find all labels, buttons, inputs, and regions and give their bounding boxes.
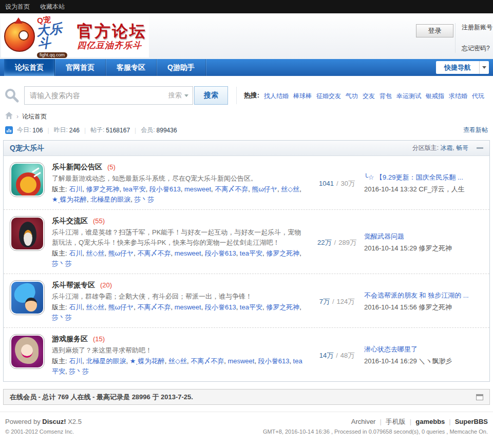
moderator-link[interactable]: 修罗之死神 [86, 185, 119, 193]
forum-link[interactable]: 游戏服务区 [52, 335, 88, 343]
hot-search-link[interactable]: 代玩 [472, 92, 484, 100]
moderator-link[interactable]: 北極星的眼淚 [86, 357, 126, 365]
moderator-link[interactable]: 石川 [69, 357, 82, 365]
moderator-link[interactable]: tea平安 [240, 303, 262, 311]
hot-search-link[interactable]: 交友 [363, 92, 375, 100]
moderator-link[interactable]: 丝◇丝 [168, 357, 187, 365]
moderator-link[interactable]: 丝◇丝 [86, 249, 104, 257]
moderator-link[interactable]: tea平安 [240, 249, 262, 257]
moderator-link[interactable]: 不离〆不弃 [137, 303, 170, 311]
hot-search-link[interactable]: 气功 [346, 92, 358, 100]
tab-qgame-helper[interactable]: Q游助手 [157, 59, 206, 76]
set-homepage-link[interactable]: 设为首页 [5, 3, 30, 11]
forum-icon-frame[interactable] [10, 216, 45, 251]
moderator-link[interactable]: 不离〆不弃 [191, 357, 224, 365]
quick-nav-dropdown[interactable] [479, 61, 489, 74]
hot-search-link[interactable]: 找人结婚 [264, 92, 289, 100]
forum-icon-frame[interactable] [10, 280, 45, 315]
moderator-link[interactable]: 畅哥 [456, 144, 468, 151]
hot-search-label: 热搜: [244, 91, 259, 100]
hot-search-link[interactable]: 棒球棒 [293, 92, 312, 100]
moderator-link[interactable]: 莎丶莎 [52, 260, 72, 267]
forum-link[interactable]: 乐斗新闻公告区 [52, 163, 102, 171]
last-post-user[interactable]: 修罗之死神 [419, 303, 452, 311]
hot-search-link[interactable]: 幸运测试 [396, 92, 421, 100]
moderator-link[interactable]: 修罗之死神 [266, 303, 299, 311]
last-post-link[interactable]: 不会选帮派的朋友 和 独步江湖的 ... [364, 291, 483, 300]
hot-search-link[interactable]: 银戒指 [426, 92, 444, 100]
superbbs-link[interactable]: SuperBBS [455, 418, 488, 425]
moderator-link[interactable]: 段小誉613 [205, 249, 236, 257]
last-post-link[interactable]: 觉醒武器问题 [364, 232, 483, 241]
archiver-link[interactable]: Archiver [351, 418, 376, 425]
moderator-link[interactable]: tea平安 [123, 185, 146, 193]
site-logo[interactable]: Q宠 大乐斗 fight.qq.com 官方论坛 四亿豆油齐乐斗 [1, 15, 149, 57]
moderator-link[interactable]: mesweet [184, 185, 211, 193]
forum-icon-frame[interactable] [10, 162, 45, 197]
moderator-link[interactable]: 石川 [69, 249, 82, 257]
view-new-posts-link[interactable]: 查看新帖 [463, 126, 488, 134]
moderator-link[interactable]: 段小誉613 [205, 303, 236, 311]
hot-search-link[interactable]: 求结婚 [449, 92, 467, 100]
search-scope-select[interactable]: 搜索 [164, 87, 193, 104]
moderator-link[interactable]: 熊ω仔ヤ [108, 249, 134, 257]
tab-official-site[interactable]: 官网首页 [55, 59, 106, 76]
moderator-link[interactable]: mesweet [175, 249, 201, 257]
moderator-link[interactable]: 石川 [69, 185, 82, 193]
hot-search-link[interactable]: 背包 [380, 92, 392, 100]
count-divider: / [332, 298, 334, 305]
mobile-version-link[interactable]: 手机版 [386, 418, 406, 425]
moderator-link[interactable]: 莎丶莎 [69, 367, 89, 375]
collapse-icon[interactable] [477, 147, 483, 149]
moderator-link[interactable]: 冰霜 [440, 144, 452, 151]
register-link[interactable]: 注册新账号 [462, 23, 492, 32]
search-scope-label: 搜索 [168, 91, 182, 100]
forum-link[interactable]: 乐斗交流区 [52, 217, 88, 225]
forum-link[interactable]: 乐斗帮派专区 [52, 281, 95, 289]
discuz-link[interactable]: Discuz! [42, 418, 66, 425]
members-count: 899436 [157, 127, 177, 134]
footer-divider: | [380, 418, 381, 425]
moderator-link[interactable]: mesweet [175, 303, 201, 311]
bookmark-site-link[interactable]: 收藏本站 [40, 3, 65, 11]
stats-divider: | [135, 127, 136, 134]
last-post-link[interactable]: ╰☆ 【9.29更新：国庆全民乐翻 ... [364, 173, 483, 182]
last-post-user[interactable]: 修罗之死神 [419, 244, 452, 252]
moderator-link[interactable]: mesweet [227, 357, 254, 365]
moderator-link[interactable]: 莎丶莎 [134, 196, 154, 203]
last-post-link[interactable]: 潜心状态去哪里了 [364, 345, 483, 354]
forum-icon-frame[interactable] [10, 334, 45, 369]
moderator-link[interactable]: 熊ω仔ヤ [108, 303, 134, 311]
forgot-password-link[interactable]: 忘记密码? [462, 44, 492, 53]
moderator-link[interactable]: 不离〆不弃 [215, 185, 248, 193]
moderator-link[interactable]: 丝◇丝 [86, 303, 104, 311]
moderator-link[interactable]: 修罗之死神 [266, 249, 299, 257]
tab-support[interactable]: 客服专区 [106, 59, 157, 76]
last-post-user[interactable]: ＼ヽ飘渺彡 [419, 357, 452, 365]
moderator-link[interactable]: 熊ω仔ヤ [252, 185, 277, 193]
home-icon[interactable] [5, 112, 13, 121]
moderator-link[interactable]: 段小誉613 [258, 357, 290, 365]
search-button[interactable]: 搜索 [194, 86, 227, 105]
moderator-link[interactable]: 北極星的眼淚 [90, 196, 130, 203]
board-header: Q宠大乐斗 分区版主: 冰霜, 畅哥 [4, 141, 489, 156]
tab-forum-home[interactable]: 论坛首页 [4, 59, 55, 76]
megaphone-icon [11, 164, 43, 196]
moderator-link[interactable]: 不离〆不弃 [137, 249, 170, 257]
hot-search-link[interactable]: 征婚交友 [316, 92, 341, 100]
moderator-link[interactable]: ★ˎ蝶为花醉 [130, 357, 165, 365]
search-input[interactable] [25, 91, 164, 100]
minimize-panel-icon[interactable] [476, 394, 483, 400]
gamebbs-link[interactable]: gamebbs [415, 418, 445, 425]
moderator-link[interactable]: 石川 [69, 303, 82, 311]
login-button[interactable]: 登录 [416, 24, 453, 37]
moderator-link[interactable]: ★ˎ蝶为花醉 [52, 196, 87, 203]
moderator-link[interactable]: 莎丶莎 [52, 314, 72, 321]
moderator-link[interactable]: 丝◇丝 [281, 185, 299, 193]
quick-nav-button[interactable]: 快捷导航 [436, 61, 489, 74]
moderator-link[interactable]: 段小誉613 [149, 185, 181, 193]
board-title-link[interactable]: Q宠大乐斗 [10, 144, 44, 153]
site-header: Q宠 大乐斗 fight.qq.com 官方论坛 四亿豆油齐乐斗 登录 注册新账… [0, 13, 493, 59]
forum-counts: 14万 / 48万 [310, 334, 364, 377]
last-post-user[interactable]: CF_浮云，人生 [419, 185, 465, 193]
